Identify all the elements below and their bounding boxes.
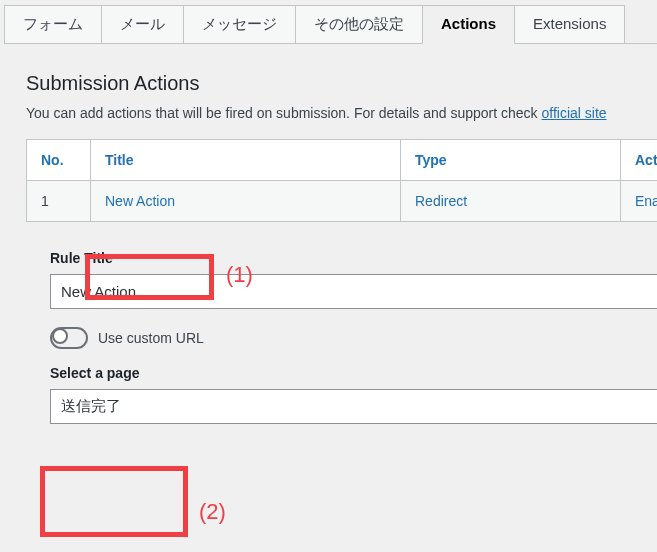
select-page-input[interactable] — [50, 389, 657, 424]
tab-messages[interactable]: メッセージ — [183, 5, 296, 43]
rule-title-input[interactable] — [50, 274, 657, 309]
action-active-link[interactable]: Enabled — [635, 193, 657, 209]
official-site-link[interactable]: official site — [541, 105, 606, 121]
col-active: Active — [621, 140, 658, 181]
tab-form[interactable]: フォーム — [4, 5, 102, 43]
col-no: No. — [27, 140, 91, 181]
annotation-label-1: (1) — [226, 262, 253, 288]
cell-no: 1 — [27, 181, 91, 222]
page-heading: Submission Actions — [26, 72, 657, 95]
col-type: Type — [401, 140, 621, 181]
custom-url-label: Use custom URL — [98, 330, 204, 346]
page-description: You can add actions that will be fired o… — [26, 105, 657, 121]
custom-url-toggle[interactable] — [50, 327, 88, 349]
tab-actions[interactable]: Actions — [422, 5, 515, 44]
tab-mail[interactable]: メール — [101, 5, 184, 43]
rule-title-label: Rule Title — [50, 250, 657, 266]
col-title: Title — [91, 140, 401, 181]
tab-other[interactable]: その他の設定 — [295, 5, 423, 43]
actions-table: No. Title Type Active 1 New Action Redir… — [26, 139, 657, 222]
select-page-label: Select a page — [50, 365, 657, 381]
table-row: 1 New Action Redirect Enabled — [27, 181, 658, 222]
action-title-link[interactable]: New Action — [105, 193, 175, 209]
action-type-link[interactable]: Redirect — [415, 193, 467, 209]
settings-tabs: フォーム メール メッセージ その他の設定 Actions Extensions — [4, 5, 657, 44]
annotation-label-2: (2) — [199, 499, 226, 525]
tab-extensions[interactable]: Extensions — [514, 5, 625, 43]
annotation-box-2 — [40, 466, 188, 537]
